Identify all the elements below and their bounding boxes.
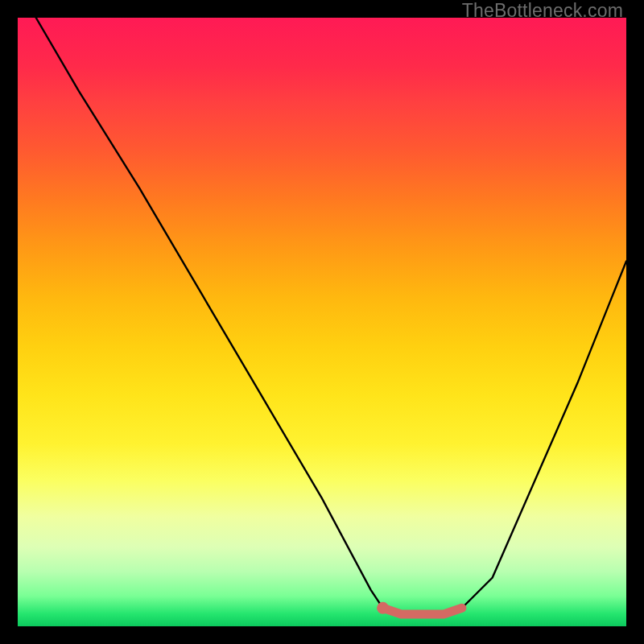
watermark-text: TheBottleneck.com — [462, 0, 623, 22]
optimal-range-marker — [383, 608, 462, 614]
chart-frame — [18, 18, 626, 626]
bottleneck-curve — [36, 18, 626, 614]
optimal-point-dot — [377, 602, 389, 614]
chart-svg — [18, 18, 626, 626]
